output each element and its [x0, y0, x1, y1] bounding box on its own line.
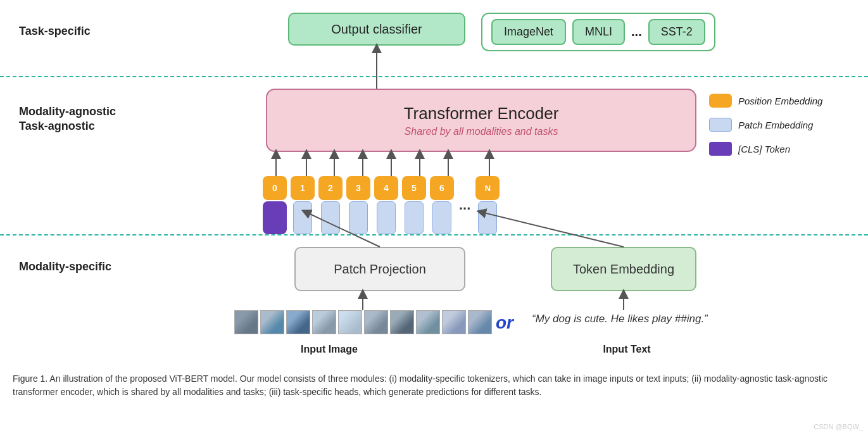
token-6-orange: 6 [430, 176, 454, 200]
img-patch-5 [338, 310, 362, 334]
token-2-group: 2 [318, 176, 343, 234]
output-classifier-label: Output classifier [331, 22, 422, 37]
legend-cls-token: [CLS] Token [709, 142, 822, 156]
transformer-title: Transformer Encoder [404, 104, 559, 123]
legend-cls-token-label: [CLS] Token [738, 144, 790, 154]
figure-caption: Figure 1. An illustration of the propose… [13, 372, 830, 399]
img-patch-9 [442, 310, 466, 334]
legend-purple-box [709, 142, 732, 156]
token-cls [263, 201, 287, 234]
legend-position-embedding: Position Embedding [709, 94, 822, 108]
patch-projection-label: Patch Projection [334, 262, 426, 277]
image-patches-row [234, 310, 492, 334]
token-3-group: 3 [346, 176, 370, 234]
transformer-subtitle: Shared by all modalities and tasks [405, 126, 558, 137]
token-4-group: 4 [374, 176, 398, 234]
token-0-orange: 0 [263, 176, 287, 200]
token-6-group: 6 [430, 176, 454, 234]
label-modality-agnostic: Modality-agnostic Task-agnostic [19, 104, 116, 134]
token-embedding-box: Token Embedding [551, 247, 696, 291]
diagram-area: Task-specific Modality-agnostic Task-agn… [0, 0, 868, 367]
input-text-quote: “My dog is cute. He likes play ##ing.” [532, 313, 708, 325]
img-patch-1 [234, 310, 258, 334]
legend-patch-embedding: Patch Embedding [709, 118, 822, 132]
task-boxes-container: ImageNet MNLI ... SST-2 [481, 13, 715, 51]
token-dots: ... [458, 197, 472, 213]
watermark: CSDN @BQW_ [814, 423, 863, 430]
input-image-label: Input Image [301, 344, 358, 355]
token-1-orange: 1 [291, 176, 315, 200]
token-n-orange: N [475, 176, 500, 200]
img-patch-4 [312, 310, 336, 334]
output-classifier-box: Output classifier [288, 13, 465, 46]
label-task-specific: Task-specific [19, 24, 91, 39]
main-container: Task-specific Modality-agnostic Task-agn… [0, 0, 868, 433]
img-patch-10 [468, 310, 492, 334]
token-5-group: 5 [402, 176, 426, 234]
task-sst2: SST-2 [648, 19, 705, 45]
svg-line-11 [481, 212, 624, 247]
task-imagenet: ImageNet [491, 19, 566, 45]
task-mnli: MNLI [572, 19, 625, 45]
legend: Position Embedding Patch Embedding [CLS]… [709, 94, 822, 156]
input-text-label: Input Text [603, 344, 650, 355]
token-embedding-label: Token Embedding [573, 262, 674, 277]
img-patch-3 [286, 310, 310, 334]
token-2-blue [321, 201, 340, 234]
token-2-orange: 2 [318, 176, 343, 200]
token-0-group: 0 [263, 176, 287, 234]
or-text: or [496, 313, 513, 333]
legend-position-embedding-label: Position Embedding [738, 96, 822, 106]
token-4-orange: 4 [374, 176, 398, 200]
token-6-blue [432, 201, 451, 234]
divider-line-2 [0, 234, 868, 235]
img-patch-6 [364, 310, 388, 334]
token-row: 0 1 2 3 4 [263, 176, 500, 234]
token-n-blue [478, 201, 497, 234]
token-3-orange: 3 [346, 176, 370, 200]
label-modality-specific: Modality-specific [19, 260, 111, 274]
token-5-blue [405, 201, 424, 234]
task-dots: ... [631, 25, 642, 39]
token-1-group: 1 [291, 176, 315, 234]
token-n-group: N [475, 176, 500, 234]
patch-projection-box: Patch Projection [294, 247, 465, 291]
legend-patch-embedding-label: Patch Embedding [738, 120, 813, 130]
token-1-blue [293, 201, 312, 234]
img-patch-8 [416, 310, 440, 334]
transformer-encoder-box: Transformer Encoder Shared by all modali… [266, 89, 696, 152]
divider-line-1 [0, 76, 868, 77]
token-5-orange: 5 [402, 176, 426, 200]
img-patch-2 [260, 310, 284, 334]
token-3-blue [349, 201, 368, 234]
legend-orange-box [709, 94, 732, 108]
img-patch-7 [390, 310, 414, 334]
legend-blue-box [709, 118, 732, 132]
token-4-blue [377, 201, 396, 234]
